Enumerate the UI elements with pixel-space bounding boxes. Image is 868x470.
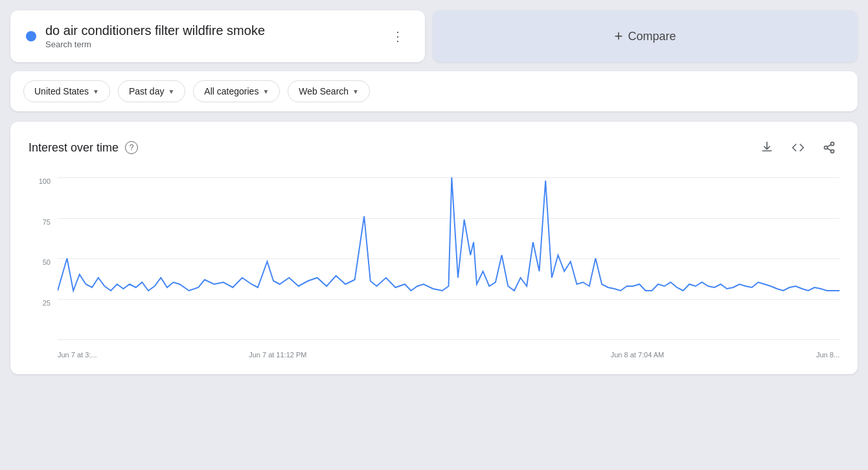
chart-actions xyxy=(757,137,839,158)
x-label-2: Jun 7 at 11:12 PM xyxy=(249,351,306,359)
grid-line-0 xyxy=(58,339,839,340)
term-dot xyxy=(26,31,36,41)
download-button[interactable] xyxy=(757,137,777,158)
x-label-1: Jun 7 at 3:... xyxy=(58,351,97,359)
compare-label: Compare xyxy=(628,30,676,43)
chart-header: Interest over time ? xyxy=(29,137,839,158)
time-chevron-icon: ▼ xyxy=(168,88,174,95)
filters-row: United States ▼ Past day ▼ All categorie… xyxy=(10,71,858,111)
search-term-value: do air conditioners filter wildfire smok… xyxy=(45,23,265,38)
x-label-4: Jun 8 at 7:04 AM xyxy=(611,351,665,359)
chart-area: 100 75 50 25 Jun 7 at 3:... Jun 7 xyxy=(29,177,839,359)
svg-line-4 xyxy=(827,144,831,146)
chart-title: Interest over time xyxy=(29,141,119,155)
help-icon[interactable]: ? xyxy=(125,141,138,154)
y-axis-labels: 100 75 50 25 xyxy=(29,177,54,339)
search-type-filter-label: Web Search xyxy=(299,86,348,96)
chart-inner xyxy=(58,177,839,339)
compare-plus-icon: + xyxy=(615,28,623,45)
search-type-chevron-icon: ▼ xyxy=(352,88,359,95)
y-label-75: 75 xyxy=(43,218,54,226)
location-filter-label: United States xyxy=(34,86,89,96)
svg-line-3 xyxy=(827,148,831,150)
time-filter[interactable]: Past day ▼ xyxy=(118,80,185,102)
search-term-left: do air conditioners filter wildfire smok… xyxy=(26,23,265,49)
search-term-text: do air conditioners filter wildfire smok… xyxy=(45,23,265,49)
search-term-label: Search term xyxy=(45,39,265,49)
chart-line xyxy=(58,177,839,291)
time-filter-label: Past day xyxy=(129,86,164,96)
category-filter-label: All categories xyxy=(204,86,258,96)
share-button[interactable] xyxy=(819,137,839,158)
category-chevron-icon: ▼ xyxy=(262,88,269,95)
chart-title-row: Interest over time ? xyxy=(29,141,138,155)
y-label-25: 25 xyxy=(43,299,54,307)
chart-svg xyxy=(58,177,839,339)
search-type-filter[interactable]: Web Search ▼ xyxy=(288,80,370,102)
three-dots-button[interactable]: ⋮ xyxy=(386,23,409,49)
location-filter[interactable]: United States ▼ xyxy=(23,80,110,102)
embed-button[interactable] xyxy=(788,137,808,158)
x-axis-labels: Jun 7 at 3:... Jun 7 at 11:12 PM Jun 8 a… xyxy=(58,341,839,359)
x-label-5: Jun 8... xyxy=(816,351,839,359)
search-term-card: do air conditioners filter wildfire smok… xyxy=(10,10,425,62)
y-label-100: 100 xyxy=(39,177,54,185)
location-chevron-icon: ▼ xyxy=(93,88,99,95)
chart-card: Interest over time ? xyxy=(10,122,858,374)
y-label-50: 50 xyxy=(43,258,54,266)
compare-card[interactable]: + Compare xyxy=(433,10,858,62)
category-filter[interactable]: All categories ▼ xyxy=(193,80,280,102)
